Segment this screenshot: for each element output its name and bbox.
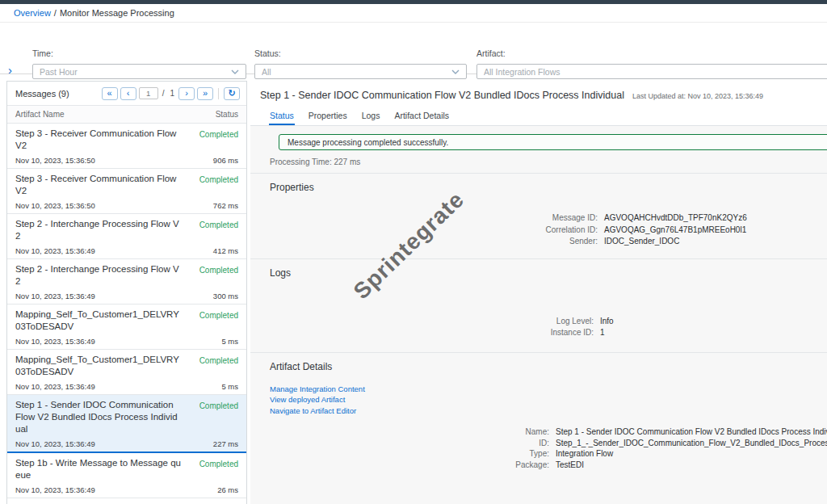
artifact-type-value: Integration Flow — [556, 448, 613, 460]
page-input[interactable] — [139, 87, 158, 99]
tab-properties[interactable]: Properties — [308, 108, 348, 125]
message-list-item[interactable]: Step 3 - Receiver Communication Flow V2 … — [7, 124, 246, 169]
message-list-item-selected[interactable]: Step 1 - Sender IDOC Communication Flow … — [7, 395, 246, 453]
sender-value: IDOC_Sender_IDOC — [604, 236, 679, 248]
section-divider — [250, 352, 827, 353]
artifact-name: Step 2 - Interchange Processing Flow V2 — [15, 218, 181, 242]
status-badge: Completed — [199, 220, 238, 242]
detail-title-bar: Step 1 - Sender IDOC Communication Flow … — [250, 81, 827, 101]
message-date: Nov 10, 2023, 15:36:50 — [15, 201, 95, 210]
message-date: Nov 10, 2023, 15:36:49 — [15, 439, 95, 448]
message-date: Nov 10, 2023, 15:36:49 — [15, 382, 95, 391]
message-list-item[interactable]: Mapping_Self_To_Customer1_DELVRY03ToDESA… — [7, 350, 246, 395]
message-duration: 412 ms — [213, 246, 238, 255]
message-list-item[interactable]: Step 2 - Interchange Processing Flow V2 … — [7, 214, 246, 259]
log-level-value: Info — [600, 316, 614, 328]
section-divider — [250, 173, 827, 174]
last-updated-text: Last Updated at: Nov 10, 2023, 15:36:49 — [632, 92, 763, 100]
status-select[interactable]: All — [254, 64, 467, 79]
status-badge: Completed — [199, 266, 238, 288]
manage-integration-content-link[interactable]: Manage Integration Content — [270, 384, 827, 395]
navigate-to-artifact-editor-link[interactable]: Navigate to Artifact Editor — [270, 405, 827, 417]
messages-list: Step 3 - Receiver Communication Flow V2 … — [7, 124, 246, 504]
status-filter-label: Status: — [254, 48, 467, 58]
message-duration: 5 ms — [221, 337, 238, 346]
breadcrumb-overview-link[interactable]: Overview — [14, 8, 51, 18]
first-page-button[interactable]: « — [102, 87, 118, 100]
detail-title: Step 1 - Sender IDOC Communication Flow … — [260, 90, 624, 101]
detail-tabs: Status Properties Logs Artifact Details — [250, 108, 827, 126]
time-select[interactable]: Past Hour — [32, 64, 246, 79]
expand-filter-icon[interactable]: › — [8, 63, 12, 77]
artifact-filter: Artifact: All Integration Flows — [476, 48, 827, 79]
page-title: Monitor Message Processing — [60, 8, 174, 18]
previous-page-icon: ‹ — [127, 88, 130, 98]
pagination-divider — [218, 88, 219, 99]
last-page-icon: » — [203, 88, 208, 98]
status-select-value: All — [262, 67, 271, 77]
message-date: Nov 10, 2023, 15:36:49 — [15, 292, 95, 300]
instance-id-value: 1 — [600, 327, 605, 339]
tab-logs[interactable]: Logs — [361, 108, 381, 125]
view-deployed-artifact-link[interactable]: View deployed Artifact — [270, 394, 827, 405]
message-id-value: AGVOQAHCHvdtDDb_TPF70nK2QYz6 — [604, 212, 747, 225]
artifact-filter-label: Artifact: — [476, 48, 827, 58]
column-status: Status — [216, 110, 238, 119]
previous-page-button[interactable]: ‹ — [120, 87, 136, 100]
message-duration: 227 ms — [213, 439, 238, 448]
message-duration: 26 ms — [217, 485, 238, 494]
last-page-button[interactable]: » — [197, 87, 213, 100]
artifact-name: Step 3 - Receiver Communication Flow V2 — [15, 128, 181, 152]
next-page-button[interactable]: › — [178, 87, 195, 100]
breadcrumb-separator: / — [54, 8, 57, 18]
message-list-item[interactable]: Step 1b - Write Message to Message queue… — [7, 453, 246, 498]
status-badge: Completed — [199, 401, 238, 435]
section-divider — [250, 258, 827, 259]
logs-form: Log Level: Info Instance ID: 1 — [250, 316, 827, 339]
page-total: 1 — [170, 89, 174, 98]
field-label: Message ID: — [250, 212, 604, 225]
message-date: Nov 10, 2023, 15:36:49 — [15, 337, 95, 346]
message-list-item[interactable]: Step 2 - Interchange Processing Flow V2 … — [7, 259, 246, 304]
refresh-icon: ↻ — [228, 88, 235, 99]
time-select-value: Past Hour — [40, 67, 78, 77]
success-message-text: Message processing completed successfull… — [288, 138, 448, 147]
field-label: Instance ID: — [250, 327, 600, 339]
tab-artifact-details[interactable]: Artifact Details — [393, 108, 450, 125]
artifact-name: Step 1b - Write Message to Message queue — [15, 457, 181, 481]
field-label: Package: — [250, 460, 556, 471]
message-date: Nov 10, 2023, 15:36:50 — [15, 156, 95, 165]
filter-bar: › Time: Past Hour Status: All Artifact: … — [0, 23, 827, 74]
tab-status[interactable]: Status — [269, 108, 295, 125]
main-area: Messages (9) « ‹ / 1 › » ↻ Artifact Name… — [0, 81, 827, 504]
status-badge: Completed — [199, 130, 238, 152]
artifact-name: Step 2 - Interchange Processing Flow V2 — [15, 263, 181, 288]
artifact-name: Mapping_Self_To_Customer1_DELVRY03ToDESA… — [15, 309, 181, 333]
breadcrumb: Overview / Monitor Message Processing — [0, 4, 827, 23]
first-page-icon: « — [107, 88, 112, 98]
message-duration: 906 ms — [213, 156, 238, 165]
status-badge: Completed — [199, 175, 238, 197]
field-label: Sender: — [250, 236, 604, 248]
refresh-button[interactable]: ↻ — [224, 87, 240, 100]
chevron-down-icon — [451, 69, 460, 74]
message-detail-panel: Step 1 - Sender IDOC Communication Flow … — [250, 81, 827, 504]
time-filter: Time: Past Hour — [32, 48, 246, 79]
artifact-input[interactable]: All Integration Flows — [476, 64, 827, 79]
message-list-item[interactable]: Step 1b - Write Message to Message queue… — [7, 498, 246, 504]
message-date: Nov 10, 2023, 15:36:49 — [15, 246, 95, 255]
artifact-details-heading: Artifact Details — [270, 361, 827, 372]
logs-heading: Logs — [270, 267, 827, 279]
artifact-package-value: TestEDI — [556, 460, 584, 471]
correlation-id-value: AGVOQAG_Ggn76L47B1pMREEoH0l1 — [604, 225, 746, 237]
artifact-input-value: All Integration Flows — [484, 67, 560, 77]
artifact-name: Step 3 - Receiver Communication Flow V2 — [15, 173, 181, 197]
message-list-item[interactable]: Mapping_Self_To_Customer1_DELVRY03ToDESA… — [7, 304, 246, 350]
messages-panel-header: Messages (9) « ‹ / 1 › » ↻ — [7, 82, 246, 105]
message-list-item[interactable]: Step 3 - Receiver Communication Flow V2 … — [7, 169, 246, 214]
message-duration: 5 ms — [221, 382, 238, 391]
processing-time-text: Processing Time: 227 ms — [270, 158, 827, 166]
message-duration: 300 ms — [213, 292, 238, 300]
field-label: Name: — [250, 426, 556, 438]
properties-form: Message ID: AGVOQAHCHvdtDDb_TPF70nK2QYz6… — [250, 212, 827, 248]
